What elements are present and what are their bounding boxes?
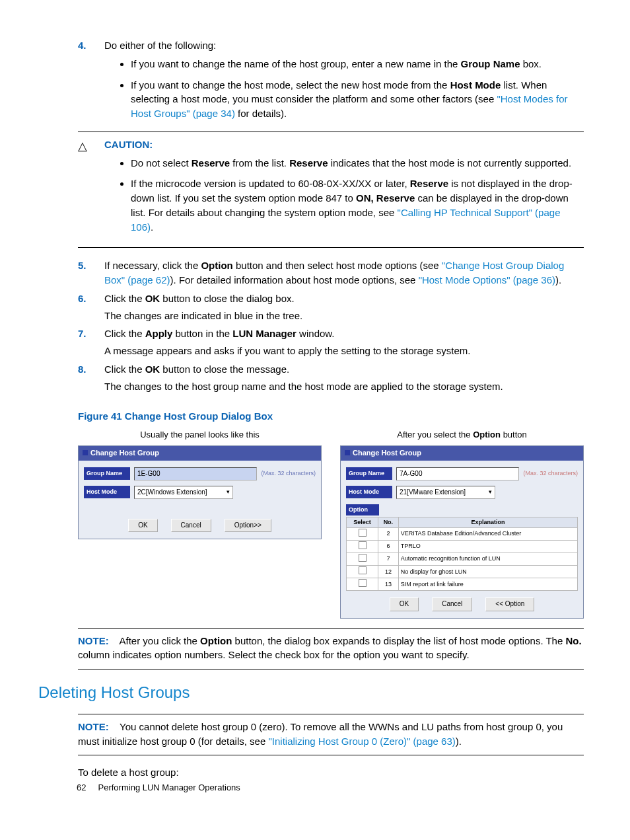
- figure-label-left: Usually the panel looks like this: [78, 429, 322, 441]
- bullet: Do not select Reserve from the list. Res…: [131, 156, 584, 171]
- group-name-label: Group Name: [84, 467, 130, 480]
- page-footer: 62 Performing LUN Manager Operations: [77, 782, 240, 794]
- caution-heading: CAUTION:: [104, 137, 584, 152]
- table-row: 7Automatic recognition function of LUN: [347, 553, 578, 565]
- note-block: NOTE: You cannot delete host group 0 (ze…: [78, 714, 584, 756]
- step-text: Do either of the following:: [104, 40, 216, 51]
- note-block: NOTE: After you click the Option button,…: [78, 628, 584, 670]
- table-row: 12No display for ghost LUN: [347, 566, 578, 578]
- checkbox[interactable]: [359, 566, 367, 574]
- dialog-left: Change Host Group Group Name 1E-G00 (Max…: [78, 445, 322, 539]
- host-mode-select[interactable]: 21[VMware Extension]▾: [396, 486, 495, 499]
- caution-block: △ CAUTION: Do not select Reserve from th…: [78, 132, 584, 248]
- cancel-button[interactable]: Cancel: [432, 597, 472, 611]
- cancel-button[interactable]: Cancel: [171, 519, 211, 533]
- host-mode-label: Host Mode: [84, 486, 130, 498]
- figure-label-right: After you select the Option button: [340, 429, 584, 441]
- ok-button[interactable]: OK: [390, 597, 419, 611]
- table-row: 13SIM report at link failure: [347, 578, 578, 591]
- note-heading: NOTE:: [78, 635, 109, 646]
- col-no: No.: [378, 517, 399, 527]
- step-4: 4. Do either of the following: If you wa…: [78, 38, 584, 121]
- bullet: If you want to change the host mode, sel…: [131, 78, 584, 121]
- option-label: Option: [346, 504, 379, 515]
- group-name-label: Group Name: [346, 467, 392, 480]
- table-row: 6TPRLO: [347, 540, 578, 553]
- chevron-down-icon: ▾: [489, 488, 492, 496]
- chevron-down-icon: ▾: [227, 488, 230, 496]
- step-6: 6. Click the OK button to close the dial…: [78, 291, 584, 323]
- dialog-title: Change Host Group: [341, 446, 583, 461]
- col-explanation: Explanation: [398, 517, 577, 527]
- host-mode-label: Host Mode: [346, 486, 392, 498]
- page-number: 62: [77, 783, 86, 792]
- caution-icon: △: [78, 137, 87, 155]
- paragraph: To delete a host group:: [78, 765, 584, 780]
- option-button[interactable]: Option>>: [225, 519, 271, 533]
- host-mode-select[interactable]: 2C[Windows Extension]▾: [134, 486, 233, 499]
- step-8: 8. Click the OK button to close the mess…: [78, 362, 584, 394]
- bullet: If you want to change the name of the ho…: [131, 57, 584, 71]
- checkbox[interactable]: [359, 529, 367, 537]
- step-number: 4.: [78, 38, 87, 53]
- figure-caption: Figure 41 Change Host Group Dialog Box: [78, 409, 584, 424]
- group-name-input[interactable]: 1E-G00: [134, 467, 257, 480]
- bullet: If the microcode version is updated to 6…: [131, 176, 584, 234]
- checkbox[interactable]: [359, 541, 367, 549]
- group-name-input[interactable]: 7A-G00: [396, 467, 519, 480]
- main-content: 4. Do either of the following: If you wa…: [78, 38, 584, 669]
- note-heading: NOTE:: [78, 721, 109, 732]
- link[interactable]: "Initializing Host Group 0 (Zero)" (page…: [268, 736, 455, 747]
- link[interactable]: "Host Mode Options" (page 36): [419, 274, 555, 286]
- checkbox[interactable]: [359, 554, 367, 562]
- ok-button[interactable]: OK: [128, 519, 157, 533]
- step-5: 5. If necessary, click the Option button…: [78, 258, 584, 287]
- section-heading: Deleting Host Groups: [38, 681, 584, 705]
- figure-41: Usually the panel looks like this Change…: [78, 429, 584, 619]
- dialog-right: Change Host Group Group Name 7A-G00 (Max…: [340, 445, 584, 619]
- option-back-button[interactable]: << Option: [485, 597, 534, 611]
- table-row: 2VERITAS Database Edition/Advanced Clust…: [347, 527, 578, 540]
- footer-title: Performing LUN Manager Operations: [98, 783, 240, 792]
- checkbox[interactable]: [359, 579, 367, 587]
- col-select: Select: [347, 517, 378, 527]
- dialog-title: Change Host Group: [79, 446, 321, 461]
- option-table: Select No. Explanation 2VERITAS Database…: [346, 517, 578, 591]
- step-7: 7. Click the Apply button in the LUN Man…: [78, 326, 584, 358]
